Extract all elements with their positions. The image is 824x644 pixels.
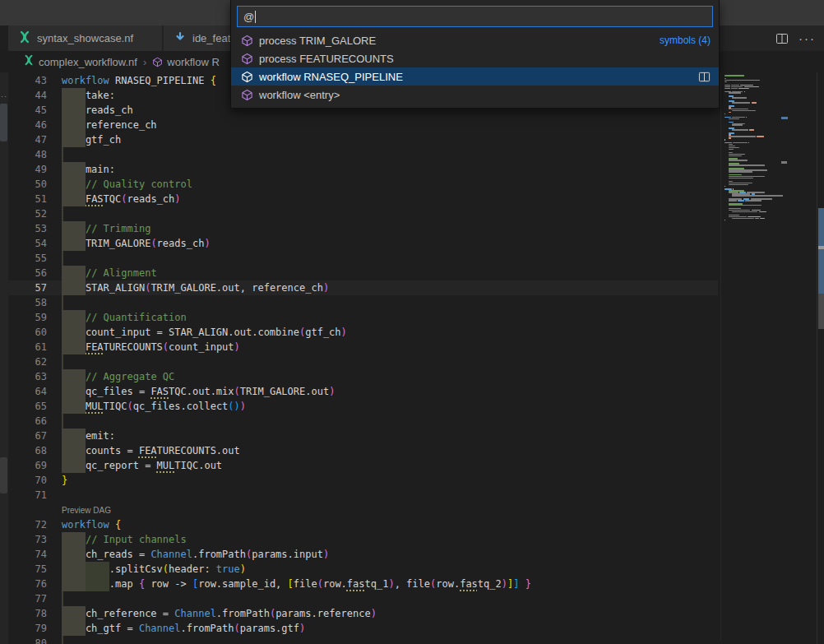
line-content: main:	[62, 162, 115, 177]
code-line[interactable]: 65 MULTIQC(qc_files.collect())	[8, 399, 718, 414]
code-line[interactable]: 79 ch_gtf = Channel.fromPath(params.gtf)	[8, 621, 718, 636]
minimap-line	[732, 129, 748, 131]
indent-highlight	[62, 458, 86, 473]
code-line[interactable]: 48	[8, 147, 718, 162]
token: TQC.out.mix	[169, 386, 234, 397]
split-editor-icon[interactable]	[775, 32, 789, 45]
code-line[interactable]: 59 // Quantification	[8, 310, 718, 325]
codelens-row[interactable]: Preview DAG	[8, 503, 718, 517]
code-line[interactable]: 53 // Trimming	[8, 221, 718, 236]
quick-open-item[interactable]: process TRIM_GALOREsymbols (4)	[231, 31, 719, 49]
code-line[interactable]: 77	[8, 591, 718, 606]
indent-highlight	[62, 132, 86, 147]
code-line[interactable]: 46 reference_ch	[8, 118, 718, 132]
code-line[interactable]: 71	[8, 488, 718, 503]
line-number: 64	[8, 384, 62, 399]
line-number: 43	[8, 73, 62, 88]
line-content: // Input channels	[62, 532, 187, 547]
token: TQC	[104, 193, 122, 205]
code-area[interactable]: 43workflow RNASEQ_PIPELINE {44 take:45 r…	[8, 73, 718, 644]
code-line[interactable]: 78 ch_reference = Channel.fromPath(param…	[8, 606, 718, 621]
code-line[interactable]: 64 qc_files = FASTQC.out.mix(TRIM_GALORE…	[8, 384, 718, 399]
line-content: counts = FEATURECOUNTS.out	[62, 443, 240, 458]
split-editor-icon[interactable]	[698, 71, 711, 83]
token: params.gtf	[240, 623, 299, 634]
code-line[interactable]: 49 main:	[8, 162, 718, 177]
minimap[interactable]	[720, 73, 812, 641]
code-line[interactable]: 70}	[8, 473, 718, 488]
line-content: Preview DAG	[62, 503, 111, 517]
code-line[interactable]: 47 gtf_ch	[8, 132, 718, 147]
token: // Alignment	[86, 267, 157, 279]
indent-highlight	[62, 266, 86, 280]
codelens-preview-dag[interactable]: Preview DAG	[62, 506, 111, 515]
code-line[interactable]: 68 counts = FEATURECOUNTS.out	[8, 443, 718, 458]
code-line[interactable]: 62	[8, 354, 718, 369]
code-line[interactable]: 73 // Input channels	[8, 532, 718, 547]
minimap-line	[752, 102, 757, 104]
token: row.	[436, 578, 460, 590]
code-line[interactable]: 75 .splitCsv(header: true)	[8, 562, 718, 577]
tabbar-left-gap	[0, 25, 8, 51]
minimap-line	[755, 218, 758, 220]
code-line[interactable]: 51 FASTQC(reads_ch)	[8, 192, 718, 206]
code-line[interactable]: 66	[8, 414, 718, 429]
token: Channel	[150, 549, 192, 560]
line-number: 45	[8, 103, 62, 118]
more-actions-icon[interactable]: ···	[799, 35, 816, 43]
code-line[interactable]: 80	[8, 636, 718, 644]
code-line[interactable]: 55	[8, 251, 718, 266]
line-number: 74	[8, 547, 62, 562]
breadcrumb-symbol[interactable]: workflow R	[167, 56, 220, 68]
code-line[interactable]: 74 ch_reads = Channel.fromPath(params.in…	[8, 547, 718, 562]
token: // Aggregate QC	[86, 371, 174, 382]
code-line[interactable]: 57 STAR_ALIGN(TRIM_GALORE.out, reference…	[8, 280, 718, 295]
minimap-line	[729, 205, 762, 206]
overview-ruler[interactable]	[818, 72, 824, 644]
quick-open-item[interactable]: process FEATURECOUNTS	[231, 49, 719, 67]
minimap-line	[724, 75, 744, 76]
code-line[interactable]: 50 // Quality control	[8, 177, 718, 192]
token: MUL	[86, 401, 104, 412]
indent-highlight	[62, 547, 86, 562]
token: )	[234, 401, 240, 412]
code-line[interactable]: 54 TRIM_GALORE(reads_ch)	[8, 236, 718, 251]
token: gtf_ch	[305, 327, 340, 338]
code-line[interactable]: 61 FEATURECOUNTS(count_input)	[8, 340, 718, 354]
quick-open-input[interactable]: @	[237, 6, 713, 27]
quick-open-item[interactable]: workflow <entry>	[231, 86, 719, 104]
code-line[interactable]: 76 .map { row -> [row.sample_id, [file(r…	[8, 577, 718, 591]
minimap-line	[732, 195, 783, 197]
code-line[interactable]: 52	[8, 206, 718, 221]
token: params.reference	[275, 608, 371, 619]
code-line[interactable]: 63 // Aggregate QC	[8, 369, 718, 384]
code-line[interactable]: 72workflow {	[8, 517, 718, 532]
minimap-decoration	[781, 117, 788, 119]
code-line[interactable]: 67 emit:	[8, 429, 718, 443]
code-line[interactable]: 58	[8, 295, 718, 310]
code-line[interactable]: 69 qc_report = MULTIQC.out	[8, 458, 718, 473]
quick-open-item[interactable]: workflow RNASEQ_PIPELINE	[231, 67, 719, 86]
left-scrollbar-thumb-2[interactable]	[0, 457, 7, 493]
token: file	[294, 578, 317, 590]
token: )	[502, 578, 507, 590]
indent-highlight	[62, 606, 86, 621]
tab-syntax-showcase[interactable]: syntax_showcase.nf	[8, 25, 163, 51]
token: count_input = STAR_ALIGN.out.combine	[62, 327, 299, 338]
chevron-right-icon: ›	[141, 56, 148, 68]
left-scrollbar-thumb[interactable]	[0, 104, 7, 141]
scrollbar-thumb[interactable]	[818, 294, 824, 329]
breadcrumb-file[interactable]: complex_workflow.nf	[39, 56, 137, 68]
code-line[interactable]: 56 // Alignment	[8, 266, 718, 280]
token: )	[323, 549, 329, 560]
minimap-line	[724, 117, 731, 118]
nextflow-icon	[23, 54, 35, 69]
token: header:	[169, 563, 216, 575]
tab-label: syntax_showcase.nf	[37, 32, 133, 44]
line-number: 57	[8, 280, 62, 295]
line-number: 51	[8, 192, 62, 206]
line-content: .map { row -> [row.sample_id, [file(row.…	[62, 577, 531, 591]
minimap-line	[729, 149, 734, 151]
code-line[interactable]: 60 count_input = STAR_ALIGN.out.combine(…	[8, 325, 718, 340]
token: tq_2	[478, 578, 502, 590]
